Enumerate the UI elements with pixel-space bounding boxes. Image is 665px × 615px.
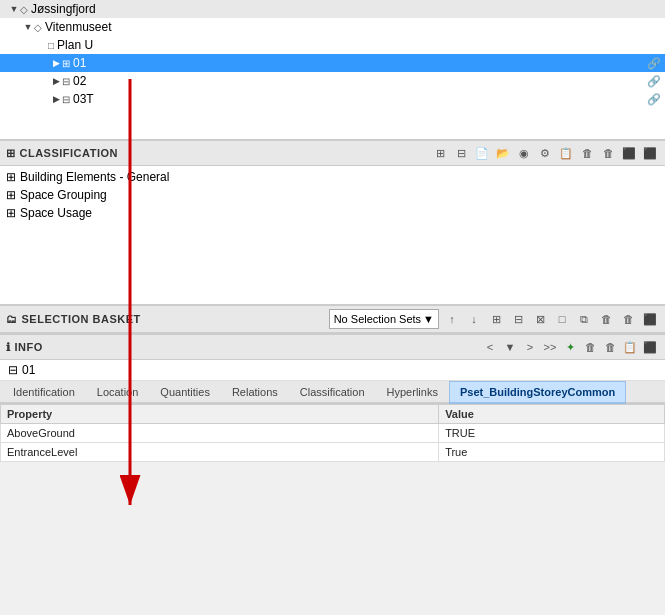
link-icon: 🔗 <box>647 93 661 106</box>
sel-btn-download[interactable]: ↓ <box>465 310 483 328</box>
tree-label-02: 02 <box>73 74 86 88</box>
selection-sets-dropdown[interactable]: No Selection Sets ▼ <box>329 309 439 329</box>
properties-table: Property Value AboveGround TRUE Entrance… <box>0 404 665 462</box>
toolbar-btn-9[interactable]: 🗑 <box>599 144 617 162</box>
selection-toolbar: No Selection Sets ▼ ↑ ↓ ⊞ ⊟ ⊠ □ ⧉ 🗑 🗑 ⬛ <box>329 309 659 329</box>
item-icon: ⊟ <box>8 363 18 377</box>
tab-pset[interactable]: Pset_BuildingStoreyCommon <box>449 381 626 404</box>
tab-relations[interactable]: Relations <box>221 381 289 402</box>
tree-item-01[interactable]: ▶ ⊞ 01 🔗 <box>0 54 665 72</box>
classification-icon: ⊞ <box>6 147 16 160</box>
info-panel: ℹ INFO < ▼ > >> ✦ 🗑 🗑 📋 ⬛ ⊟ 01 Identific… <box>0 334 665 462</box>
classification-toolbar: ⊞ ⊟ 📄 📂 ◉ ⚙ 📋 🗑 🗑 ⬛ ⬛ <box>431 144 659 162</box>
toolbar-btn-11[interactable]: ⬛ <box>641 144 659 162</box>
prop-entrancelevel: EntranceLevel <box>1 443 439 462</box>
basket-icon: 🗂 <box>6 313 18 325</box>
storey-icon: ⊟ <box>62 76 70 87</box>
selection-header: 🗂 SELECTION BASKET No Selection Sets ▼ ↑… <box>0 305 665 333</box>
toolbar-btn-1[interactable]: ⊞ <box>431 144 449 162</box>
toolbar-btn-3[interactable]: 📄 <box>473 144 491 162</box>
storey-icon: ⊞ <box>62 58 70 69</box>
tab-hyperlinks[interactable]: Hyperlinks <box>376 381 449 402</box>
val-aboveground: TRUE <box>439 424 665 443</box>
tree-panel: ▼ ◇ Jøssingfjord ▼ ◇ Vitenmuseet □ Plan … <box>0 0 665 140</box>
nav-dropdown[interactable]: ▼ <box>501 338 519 356</box>
sel-btn-box[interactable]: □ <box>553 310 571 328</box>
tree-label-plan-u: Plan U <box>57 38 93 52</box>
sel-btn-delete1[interactable]: 🗑 <box>597 310 615 328</box>
prop-aboveground: AboveGround <box>1 424 439 443</box>
sel-btn-remove[interactable]: ⊟ <box>509 310 527 328</box>
item-label: 01 <box>22 363 35 377</box>
folder-icon: ◇ <box>20 4 28 15</box>
tree-item-plan-u[interactable]: □ Plan U <box>0 36 665 54</box>
tree-label-01: 01 <box>73 56 86 70</box>
toolbar-btn-5[interactable]: ◉ <box>515 144 533 162</box>
toolbar-btn-8[interactable]: 🗑 <box>578 144 596 162</box>
table-row: EntranceLevel True <box>1 443 665 462</box>
info-btn-4[interactable]: ⬛ <box>641 338 659 356</box>
info-btn-green[interactable]: ✦ <box>561 338 579 356</box>
folder-icon: ◇ <box>34 22 42 33</box>
toolbar-btn-6[interactable]: ⚙ <box>536 144 554 162</box>
nav-prev[interactable]: < <box>481 338 499 356</box>
class-item-building-elements[interactable]: ⊞ Building Elements - General <box>0 168 665 186</box>
info-btn-3[interactable]: 📋 <box>621 338 639 356</box>
class-item-space-usage[interactable]: ⊞ Space Usage <box>0 204 665 222</box>
dropdown-arrow: ▼ <box>423 313 434 325</box>
sel-btn-delete2[interactable]: 🗑 <box>619 310 637 328</box>
info-title: ℹ INFO <box>6 341 43 354</box>
sel-btn-clear[interactable]: ⊠ <box>531 310 549 328</box>
class-icon: ⊞ <box>6 206 16 220</box>
expand-01[interactable]: ▶ <box>50 58 62 68</box>
tree-item-02[interactable]: ▶ ⊟ 02 🔗 <box>0 72 665 90</box>
info-header: ℹ INFO < ▼ > >> ✦ 🗑 🗑 📋 ⬛ <box>0 334 665 360</box>
tab-identification[interactable]: Identification <box>2 381 86 402</box>
sel-btn-upload[interactable]: ↑ <box>443 310 461 328</box>
val-entrancelevel: True <box>439 443 665 462</box>
nav-last[interactable]: >> <box>541 338 559 356</box>
nav-next[interactable]: > <box>521 338 539 356</box>
toolbar-btn-2[interactable]: ⊟ <box>452 144 470 162</box>
expand-vitenmuseet[interactable]: ▼ <box>22 22 34 32</box>
selection-title: 🗂 SELECTION BASKET <box>6 313 141 325</box>
tree-item-03t[interactable]: ▶ ⊟ 03T 🔗 <box>0 90 665 108</box>
expand-03t[interactable]: ▶ <box>50 94 62 104</box>
col-value: Value <box>439 405 665 424</box>
classification-body: ⊞ Building Elements - General ⊞ Space Gr… <box>0 166 665 224</box>
expand-02[interactable]: ▶ <box>50 76 62 86</box>
toolbar-btn-7[interactable]: 📋 <box>557 144 575 162</box>
classification-panel: ⊞ CLASSIFICATION ⊞ ⊟ 📄 📂 ◉ ⚙ 📋 🗑 🗑 ⬛ ⬛ ⊞… <box>0 140 665 305</box>
class-icon: ⊞ <box>6 170 16 184</box>
storey-icon: ⊟ <box>62 94 70 105</box>
link-icon: 🔗 <box>647 75 661 88</box>
toolbar-btn-4[interactable]: 📂 <box>494 144 512 162</box>
tab-quantities[interactable]: Quantities <box>149 381 221 402</box>
info-item-title: ⊟ 01 <box>0 360 665 381</box>
info-btn-1[interactable]: 🗑 <box>581 338 599 356</box>
selection-basket-panel: 🗂 SELECTION BASKET No Selection Sets ▼ ↑… <box>0 305 665 334</box>
tab-classification[interactable]: Classification <box>289 381 376 402</box>
info-tabs: Identification Location Quantities Relat… <box>0 381 665 404</box>
floor-icon: □ <box>48 40 54 51</box>
class-item-space-grouping[interactable]: ⊞ Space Grouping <box>0 186 665 204</box>
tree-label-vitenmuseet: Vitenmuseet <box>45 20 112 34</box>
toolbar-btn-10[interactable]: ⬛ <box>620 144 638 162</box>
class-icon: ⊞ <box>6 188 16 202</box>
sel-btn-add[interactable]: ⊞ <box>487 310 505 328</box>
tree-item-vitenmuseet[interactable]: ▼ ◇ Vitenmuseet <box>0 18 665 36</box>
sel-btn-copy[interactable]: ⧉ <box>575 310 593 328</box>
col-property: Property <box>1 405 439 424</box>
classification-title: ⊞ CLASSIFICATION <box>6 147 118 160</box>
expand-jossingfjord[interactable]: ▼ <box>8 4 20 14</box>
expand-plan-u[interactable] <box>36 40 48 50</box>
info-icon: ℹ <box>6 341 11 354</box>
classification-header: ⊞ CLASSIFICATION ⊞ ⊟ 📄 📂 ◉ ⚙ 📋 🗑 🗑 ⬛ ⬛ <box>0 140 665 166</box>
tree-item-jossingfjord[interactable]: ▼ ◇ Jøssingfjord <box>0 0 665 18</box>
tree-label-03t: 03T <box>73 92 94 106</box>
info-btn-2[interactable]: 🗑 <box>601 338 619 356</box>
info-toolbar: < ▼ > >> ✦ 🗑 🗑 📋 ⬛ <box>481 338 659 356</box>
classification-empty-area <box>0 224 665 304</box>
sel-btn-more[interactable]: ⬛ <box>641 310 659 328</box>
tab-location[interactable]: Location <box>86 381 150 402</box>
